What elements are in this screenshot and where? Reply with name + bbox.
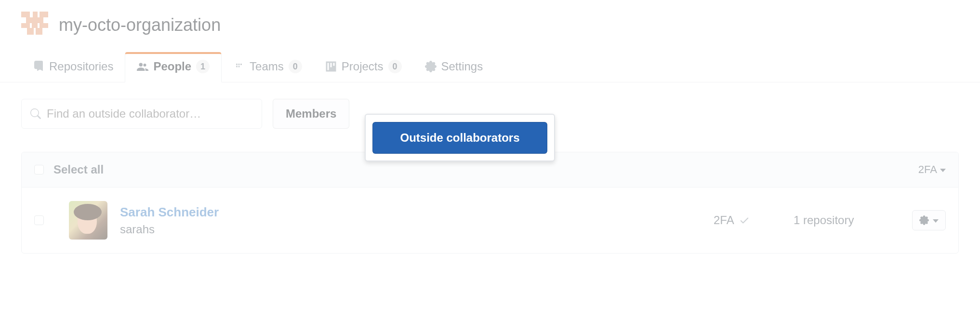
search-collaborator[interactable]: [21, 99, 262, 129]
user-login: sarahs: [120, 223, 219, 236]
tab-settings[interactable]: Settings: [413, 52, 495, 82]
tab-teams[interactable]: Teams 0: [222, 52, 314, 82]
repo-count[interactable]: 1 repository: [794, 214, 900, 227]
twofa-label: 2FA: [714, 214, 734, 227]
caret-down-icon: [933, 219, 939, 223]
tab-projects[interactable]: Projects 0: [314, 52, 413, 82]
row-settings-button[interactable]: [912, 210, 946, 230]
caret-down-icon: [940, 169, 946, 172]
teams-icon: [233, 61, 245, 72]
tab-label: People: [153, 60, 191, 73]
repo-icon: [33, 61, 44, 72]
row-checkbox[interactable]: [34, 215, 44, 225]
tab-repositories[interactable]: Repositories: [21, 52, 125, 82]
search-icon: [30, 108, 41, 119]
check-icon: [739, 215, 750, 226]
people-count-badge: 1: [196, 60, 210, 73]
tab-label: Teams: [250, 60, 284, 73]
tab-label: Settings: [441, 60, 483, 73]
select-all-checkbox[interactable]: [34, 165, 44, 174]
filter-2fa-dropdown[interactable]: 2FA: [918, 163, 946, 176]
tab-label: Repositories: [49, 60, 113, 73]
org-header: my-octo-organization: [21, 12, 959, 39]
twofa-status: 2FA: [714, 214, 781, 227]
user-info: Sarah Schneider sarahs: [120, 205, 219, 236]
gear-icon: [425, 61, 437, 72]
projects-count-badge: 0: [388, 60, 402, 73]
user-avatar[interactable]: [69, 201, 107, 240]
projects-icon: [325, 61, 337, 72]
filter-2fa-label: 2FA: [918, 163, 937, 176]
tab-people[interactable]: People 1: [125, 52, 222, 82]
members-button[interactable]: Members: [273, 99, 349, 129]
select-all-label: Select all: [53, 163, 104, 176]
user-name-link[interactable]: Sarah Schneider: [120, 205, 219, 220]
org-name[interactable]: my-octo-organization: [59, 15, 221, 35]
list-item: Sarah Schneider sarahs 2FA 1 repository: [22, 187, 958, 253]
teams-count-badge: 0: [289, 60, 302, 73]
tab-bar: Repositories People 1 Teams 0 Projects 0: [0, 52, 980, 82]
collaborator-list: Select all 2FA Sarah Schneider sarahs 2F…: [21, 152, 959, 254]
org-avatar: [21, 12, 48, 39]
highlight-frame: Outside collaborators: [365, 114, 555, 161]
tab-label: Projects: [342, 60, 384, 73]
outside-collaborators-button[interactable]: Outside collaborators: [372, 122, 547, 154]
search-input[interactable]: [47, 107, 253, 120]
people-icon: [137, 61, 148, 72]
gear-icon: [919, 215, 929, 225]
